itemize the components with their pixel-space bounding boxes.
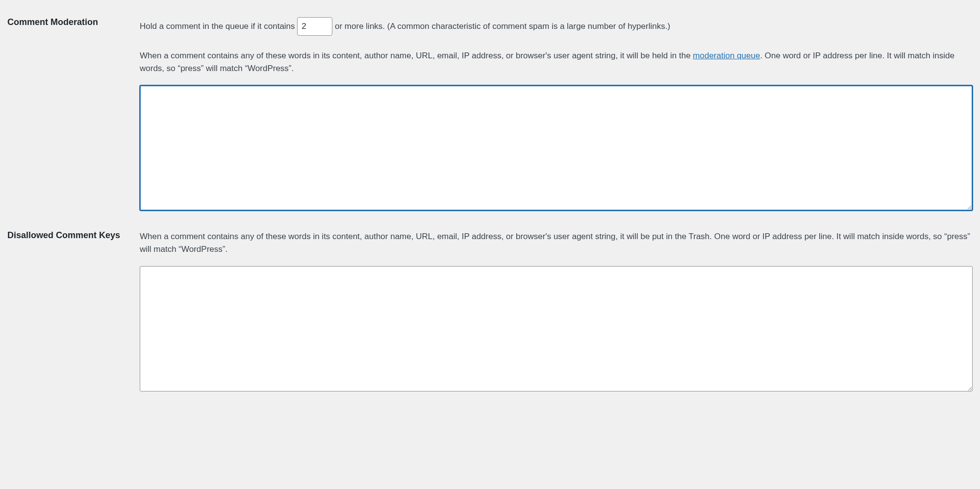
comment-moderation-heading: Comment Moderation <box>7 12 140 225</box>
moderation-keys-textarea[interactable] <box>140 85 973 211</box>
comment-max-links-input[interactable] <box>297 17 332 36</box>
moderation-keys-desc-before: When a comment contains any of these wor… <box>140 51 693 60</box>
disallowed-keys-description: When a comment contains any of these wor… <box>140 230 973 255</box>
comment-moderation-cell: Hold a comment in the queue if it contai… <box>140 12 973 225</box>
moderation-queue-link[interactable]: moderation queue <box>693 51 760 60</box>
moderation-keys-description: When a comment contains any of these wor… <box>140 49 973 74</box>
max-links-text-after: or more links. (A common characteristic … <box>335 22 670 31</box>
max-links-description: Hold a comment in the queue if it contai… <box>140 17 973 36</box>
disallowed-keys-textarea[interactable] <box>140 266 973 391</box>
disallowed-keys-heading: Disallowed Comment Keys <box>7 225 140 406</box>
settings-form-table: Comment Moderation Hold a comment in the… <box>7 12 973 406</box>
comment-moderation-row: Comment Moderation Hold a comment in the… <box>7 12 973 225</box>
disallowed-keys-row: Disallowed Comment Keys When a comment c… <box>7 225 973 406</box>
disallowed-keys-cell: When a comment contains any of these wor… <box>140 225 973 406</box>
max-links-text-before: Hold a comment in the queue if it contai… <box>140 22 297 31</box>
